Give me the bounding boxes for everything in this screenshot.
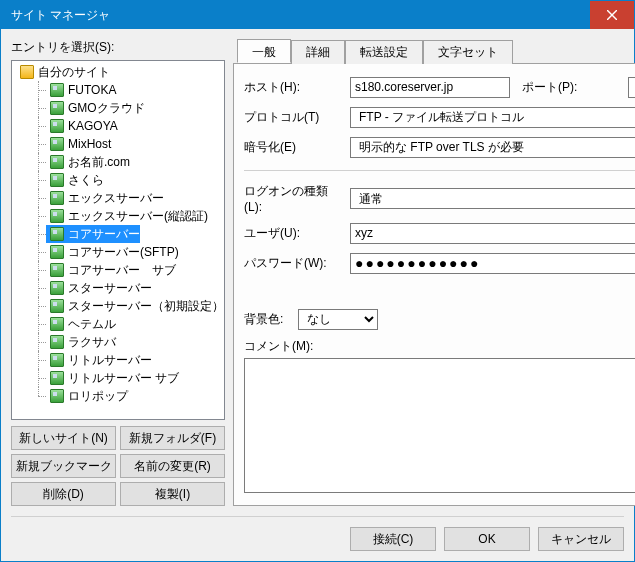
port-label: ポート(P): [522, 79, 622, 96]
tree-item[interactable]: お名前.com [32, 153, 224, 171]
cancel-button[interactable]: キャンセル [538, 527, 624, 551]
tab-2[interactable]: 転送設定 [345, 40, 423, 64]
server-icon [50, 371, 64, 385]
tree-item[interactable]: リトルサーバー サブ [32, 369, 224, 387]
window-title: サイト マネージャ [11, 7, 590, 24]
site-entry[interactable]: GMOクラウド [46, 99, 145, 117]
server-icon [50, 353, 64, 367]
site-entry-label: ロリポップ [68, 387, 128, 405]
tree-line [32, 117, 46, 135]
tree-line [32, 171, 46, 189]
tree-item[interactable]: ラクサバ [32, 333, 224, 351]
details-panel: 一般詳細転送設定文字セット ホスト(H): ポート(P): プロトコル(T) F… [233, 39, 635, 506]
site-entry[interactable]: コアサーバー [46, 225, 140, 243]
titlebar: サイト マネージャ [1, 1, 634, 29]
comment-textarea[interactable] [244, 358, 635, 493]
site-entry[interactable]: さくら [46, 171, 104, 189]
tree-item[interactable]: エックスサーバー(縦認証) [32, 207, 224, 225]
spacer [244, 282, 635, 300]
tree-item[interactable]: さくら [32, 171, 224, 189]
port-input[interactable] [628, 77, 635, 98]
tree-item[interactable]: コアサーバー(SFTP) [32, 243, 224, 261]
user-input[interactable] [350, 223, 635, 244]
close-button[interactable] [590, 1, 634, 29]
tree-item[interactable]: GMOクラウド [32, 99, 224, 117]
site-entry[interactable]: KAGOYA [46, 117, 118, 135]
encryption-row: 暗号化(E) 明示的な FTP over TLS が必要 [244, 136, 635, 158]
tree-children: FUTOKAGMOクラウドKAGOYAMixHostお名前.comさくらエックス… [16, 81, 224, 405]
site-entry-label: リトルサーバー [68, 351, 152, 369]
tree-line [32, 225, 46, 243]
delete-button[interactable]: 削除(D) [11, 482, 116, 506]
site-entry[interactable]: エックスサーバー(縦認証) [46, 207, 208, 225]
ok-button[interactable]: OK [444, 527, 530, 551]
tree-item[interactable]: ヘテムル [32, 315, 224, 333]
connect-button[interactable]: 接続(C) [350, 527, 436, 551]
logon-type-select[interactable]: 通常 [350, 188, 635, 209]
encryption-select[interactable]: 明示的な FTP over TLS が必要 [350, 137, 635, 158]
site-entry[interactable]: リトルサーバー [46, 351, 152, 369]
entries-panel: エントリを選択(S): 自分のサイト FUTOKAGMOクラウドKAGOYAMi… [11, 39, 225, 506]
site-entry-label: コアサーバー [68, 225, 140, 243]
site-entry-label: エックスサーバー(縦認証) [68, 207, 208, 225]
password-input[interactable]: ●●●●●●●●●●●● [350, 253, 635, 274]
site-entry[interactable]: ラクサバ [46, 333, 116, 351]
tree-item[interactable]: スターサーバー [32, 279, 224, 297]
tab-0[interactable]: 一般 [237, 39, 291, 63]
site-entry[interactable]: エックスサーバー [46, 189, 164, 207]
tree-line [32, 81, 46, 99]
site-entry-label: エックスサーバー [68, 189, 164, 207]
tree-item[interactable]: スターサーバー（初期設定） [32, 297, 224, 315]
tree-item[interactable]: MixHost [32, 135, 224, 153]
protocol-select[interactable]: FTP - ファイル転送プロトコル [350, 107, 635, 128]
folder-icon [20, 65, 34, 79]
server-icon [50, 191, 64, 205]
logon-type-label: ログオンの種類(L): [244, 183, 344, 214]
site-entry[interactable]: スターサーバー [46, 279, 152, 297]
tree-item[interactable]: FUTOKA [32, 81, 224, 99]
tree-line [32, 135, 46, 153]
tree-item[interactable]: コアサーバー [32, 225, 224, 243]
site-entry-label: ラクサバ [68, 333, 116, 351]
tree-item[interactable]: エックスサーバー [32, 189, 224, 207]
bgcolor-select[interactable]: なし [298, 309, 378, 330]
site-entry-label: FUTOKA [68, 81, 116, 99]
site-entry-label: コアサーバー サブ [68, 261, 176, 279]
site-entry[interactable]: ロリポップ [46, 387, 128, 405]
site-entry[interactable]: MixHost [46, 135, 111, 153]
server-icon [50, 209, 64, 223]
tree-item[interactable]: KAGOYA [32, 117, 224, 135]
rename-button[interactable]: 名前の変更(R) [120, 454, 225, 478]
site-tree[interactable]: 自分のサイト FUTOKAGMOクラウドKAGOYAMixHostお名前.com… [11, 60, 225, 420]
tree-folder-mysites[interactable]: 自分のサイト [16, 63, 224, 81]
site-entry[interactable]: お名前.com [46, 153, 130, 171]
tree-line [32, 387, 46, 405]
new-bookmark-button[interactable]: 新規ブックマーク(M) [11, 454, 116, 478]
new-site-button[interactable]: 新しいサイト(N) [11, 426, 116, 450]
site-entry-label: MixHost [68, 135, 111, 153]
tree-line [32, 207, 46, 225]
tab-3[interactable]: 文字セット [423, 40, 513, 64]
site-entry[interactable]: FUTOKA [46, 81, 116, 99]
dialog-footer: 接続(C) OK キャンセル [11, 516, 624, 551]
host-label: ホスト(H): [244, 79, 344, 96]
tab-1[interactable]: 詳細 [291, 40, 345, 64]
tree-item[interactable]: コアサーバー サブ [32, 261, 224, 279]
site-entry[interactable]: コアサーバー(SFTP) [46, 243, 179, 261]
site-entry[interactable]: コアサーバー サブ [46, 261, 176, 279]
new-folder-button[interactable]: 新規フォルダ(F) [120, 426, 225, 450]
comment-area: コメント(M): [244, 338, 635, 493]
site-entry[interactable]: リトルサーバー サブ [46, 369, 179, 387]
site-entry[interactable]: スターサーバー（初期設定） [46, 297, 224, 315]
tree-item[interactable]: リトルサーバー [32, 351, 224, 369]
host-input[interactable] [350, 77, 510, 98]
duplicate-button[interactable]: 複製(I) [120, 482, 225, 506]
site-manager-window: サイト マネージャ エントリを選択(S): 自分のサイト FUTOKAGMOクラ… [0, 0, 635, 562]
tree-line [32, 351, 46, 369]
tab-panel-general: ホスト(H): ポート(P): プロトコル(T) FTP - ファイル転送プロト… [233, 63, 635, 506]
site-entry[interactable]: ヘテムル [46, 315, 116, 333]
server-icon [50, 335, 64, 349]
site-entry-label: スターサーバー（初期設定） [68, 297, 224, 315]
tree-item[interactable]: ロリポップ [32, 387, 224, 405]
protocol-label: プロトコル(T) [244, 109, 344, 126]
